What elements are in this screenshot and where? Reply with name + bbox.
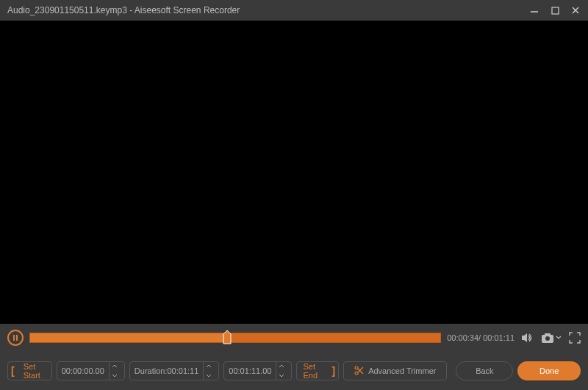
duration-down[interactable] [204,371,214,380]
progress-handle[interactable] [223,330,232,345]
window-title: Audio_230901150511.keymp3 - Aiseesoft Sc… [7,5,529,15]
duration-label: Duration: [135,366,168,375]
duration-spinner [203,361,214,380]
svg-rect-1 [552,7,559,14]
time-display: 00:00:34/ 00:01:11 [447,333,514,342]
volume-icon[interactable] [520,331,534,344]
duration-value: 00:01:11 [167,366,198,375]
done-button[interactable]: Done [517,361,581,380]
snapshot-button[interactable] [541,333,562,344]
back-button[interactable]: Back [456,361,513,380]
app-name: Aiseesoft Screen Recorder [135,5,240,15]
advanced-trimmer-button[interactable]: Advanced Trimmer [343,361,447,380]
svg-point-8 [355,372,358,375]
titlebar: Audio_230901150511.keymp3 - Aiseesoft Sc… [0,0,588,21]
minimize-button[interactable] [529,5,539,15]
set-start-group: [ Set Start [7,361,52,380]
progress-track[interactable] [29,333,441,343]
end-time-down[interactable] [276,371,287,380]
advanced-trimmer-label: Advanced Trimmer [368,366,436,375]
start-time-input[interactable]: 00:00:00.00 [57,361,125,380]
start-time-up[interactable] [110,361,120,371]
title-separator: - [127,5,135,15]
end-time-spinner [276,361,287,380]
window-controls [529,5,581,15]
chevron-down-icon [556,336,562,340]
end-time-value: 00:01:11.00 [229,366,271,375]
end-time-up[interactable] [276,361,287,371]
video-preview-area [0,21,588,324]
set-start-button[interactable]: Set Start [18,362,51,380]
svg-point-6 [545,336,550,341]
playback-bar: 00:00:34/ 00:01:11 [0,324,588,352]
set-end-group: Set End ] [296,361,339,380]
playback-right-controls [520,331,581,344]
scissors-icon [354,366,364,377]
svg-point-7 [355,366,358,369]
progress-fill [30,333,227,342]
bracket-right-icon: ] [329,362,338,380]
start-time-spinner [109,361,120,380]
close-button[interactable] [570,5,581,15]
fullscreen-icon[interactable] [569,332,581,344]
maximize-button[interactable] [550,5,560,15]
end-time-input[interactable]: 00:01:11.00 [223,361,292,380]
duration-display: Duration:00:01:11 [129,361,219,380]
trimmer-bar: [ Set Start 00:00:00.00 Duration:00:01:1… [0,352,588,390]
start-time-down[interactable] [110,371,120,380]
filename: Audio_230901150511.keymp3 [7,5,127,15]
pause-icon [13,335,18,341]
start-time-value: 00:00:00.00 [62,366,104,375]
duration-up[interactable] [204,361,214,371]
bracket-left-icon: [ [8,362,18,380]
svg-rect-5 [545,333,551,336]
set-end-button[interactable]: Set End [297,362,329,380]
pause-button[interactable] [7,330,24,346]
